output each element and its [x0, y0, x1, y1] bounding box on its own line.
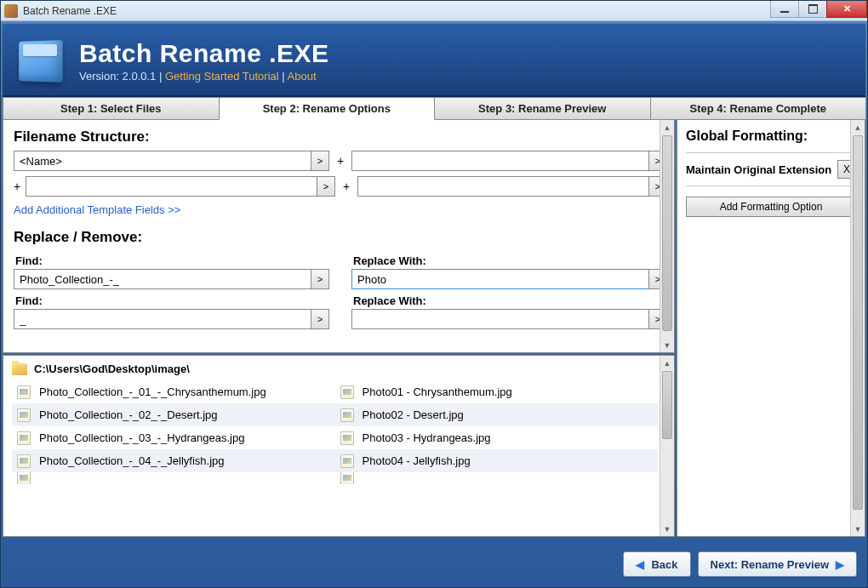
plus-icon: +: [329, 154, 351, 168]
find-label-2: Find:: [15, 294, 329, 307]
plus-icon: +: [14, 180, 26, 193]
file-row: [12, 472, 335, 484]
chevron-right-icon: ▶: [836, 558, 844, 571]
global-formatting-heading: Global Formatting:: [686, 128, 856, 144]
file-row: Photo_Collection_-_03_-_Hydrangeas.jpg: [12, 426, 335, 449]
chevron-left-icon: ◀: [636, 558, 644, 571]
maintain-extension-label: Maintain Original Extension: [686, 163, 831, 176]
find-1-menu[interactable]: >: [311, 269, 329, 289]
template-field-4[interactable]: [357, 176, 649, 197]
file-icon: [17, 408, 31, 422]
options-scrollbar[interactable]: ▲▼: [660, 120, 674, 352]
template-field-1-menu[interactable]: >: [311, 151, 329, 171]
file-row: Photo_Collection_-_01_-_Chrysanthemum.jp…: [12, 380, 335, 403]
tutorial-link[interactable]: Getting Started Tutorial: [165, 70, 279, 83]
file-icon: [17, 431, 31, 445]
next-button[interactable]: Next: Rename Preview ▶: [698, 551, 857, 577]
close-button[interactable]: [826, 1, 867, 18]
app-banner: Batch Rename .EXE Version: 2.0.0.1 | Get…: [3, 23, 865, 97]
app-icon: [4, 4, 18, 18]
add-formatting-option-button[interactable]: Add Formatting Option: [686, 197, 856, 217]
folder-path: C:\Users\God\Desktop\image\: [34, 363, 190, 375]
file-preview-panel: C:\Users\God\Desktop\image\ Photo_Collec…: [3, 355, 675, 537]
file-icon: [17, 385, 31, 399]
find-label-1: Find:: [15, 254, 329, 267]
file-icon: [17, 472, 31, 484]
file-icon: [340, 385, 354, 399]
file-icon: [340, 408, 354, 422]
replace-remove-heading: Replace / Remove:: [14, 229, 667, 246]
minimize-button[interactable]: [770, 1, 799, 18]
renamed-names-column: Photo01 - Chrysanthemum.jpg Photo02 - De…: [335, 380, 659, 484]
file-icon: [17, 454, 31, 468]
formatting-scrollbar[interactable]: ▲▼: [850, 120, 865, 536]
window-controls: [771, 1, 867, 18]
file-row: Photo_Collection_-_04_-_Jellyfish.jpg: [12, 449, 335, 472]
global-formatting-panel: Global Formatting: Maintain Original Ext…: [677, 119, 865, 537]
find-input-1[interactable]: [14, 269, 311, 289]
replace-label-2: Replace With:: [353, 294, 667, 307]
app-title: Batch Rename .EXE: [79, 39, 329, 68]
folder-icon: [12, 363, 27, 375]
tab-step-4[interactable]: Step 4: Rename Complete: [650, 97, 867, 120]
banner-icon: [14, 32, 69, 88]
file-row: [335, 472, 659, 484]
banner-subtitle: Version: 2.0.0.1 | Getting Started Tutor…: [79, 70, 329, 83]
step-tabs: Step 1: Select Files Step 2: Rename Opti…: [3, 97, 865, 120]
maximize-button[interactable]: [798, 1, 827, 18]
titlebar: Batch Rename .EXE: [1, 1, 867, 21]
filelist-scrollbar[interactable]: ▲▼: [660, 356, 674, 536]
back-button[interactable]: ◀ Back: [623, 551, 690, 577]
folder-path-row: C:\Users\God\Desktop\image\: [12, 363, 658, 375]
file-row: Photo01 - Chrysanthemum.jpg: [335, 380, 659, 403]
version-label: Version: 2.0.0.1: [79, 70, 156, 83]
original-names-column: Photo_Collection_-_01_-_Chrysanthemum.jp…: [12, 380, 335, 484]
template-field-2[interactable]: [351, 151, 649, 171]
file-icon: [340, 472, 354, 484]
tab-step-3[interactable]: Step 3: Rename Preview: [434, 97, 651, 120]
file-icon: [340, 431, 354, 445]
replace-input-1[interactable]: [351, 269, 649, 289]
add-template-fields-link[interactable]: Add Additional Template Fields >>: [14, 203, 180, 216]
footer-nav: ◀ Back Next: Rename Preview ▶: [3, 546, 865, 582]
about-link[interactable]: About: [288, 70, 317, 83]
window-title: Batch Rename .EXE: [23, 5, 864, 17]
filename-structure-heading: Filename Structure:: [14, 128, 667, 146]
file-row: Photo03 - Hydrangeas.jpg: [335, 426, 659, 449]
template-field-3-menu[interactable]: >: [317, 176, 335, 197]
replace-input-2[interactable]: [351, 309, 649, 329]
template-field-3[interactable]: [26, 176, 317, 197]
find-2-menu[interactable]: >: [311, 309, 329, 329]
file-row: Photo02 - Desert.jpg: [335, 403, 659, 426]
tab-step-1[interactable]: Step 1: Select Files: [3, 97, 220, 120]
file-row: Photo_Collection_-_02_-_Desert.jpg: [12, 403, 335, 426]
app-window: Batch Rename .EXE Batch Rename .EXE Vers…: [0, 0, 868, 588]
find-input-2[interactable]: [14, 309, 311, 329]
rename-options-panel: Filename Structure: > + > +: [3, 119, 675, 353]
file-icon: [340, 454, 354, 468]
template-field-1[interactable]: [14, 151, 311, 171]
file-row: Photo04 - Jellyfish.jpg: [335, 449, 659, 472]
tab-step-2[interactable]: Step 2: Rename Options: [219, 97, 436, 120]
replace-label-1: Replace With:: [353, 254, 667, 267]
plus-icon: +: [335, 180, 357, 193]
main-area: Filename Structure: > + > +: [3, 120, 865, 537]
